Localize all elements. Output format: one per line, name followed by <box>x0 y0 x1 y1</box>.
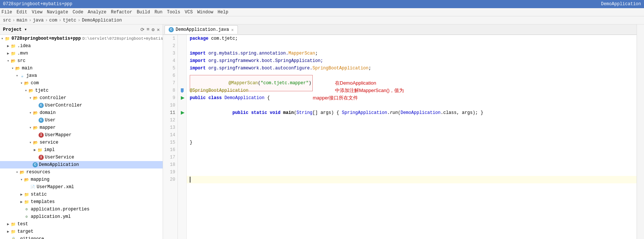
bc-sep3: › <box>45 18 48 23</box>
tree-app-yml[interactable]: ⚙ application.yml <box>0 213 163 220</box>
tree-gitignore[interactable]: 🔒 .gitignore <box>0 235 163 239</box>
ay-label: application.yml <box>31 214 71 219</box>
sync-icon[interactable]: ⟳ <box>140 27 145 33</box>
code-line-13 <box>187 124 637 131</box>
tree-main[interactable]: ▾ 📂 main <box>0 65 163 72</box>
kw-static11: static <box>251 110 267 115</box>
gi-6 <box>178 72 186 79</box>
cn-comment-l7: 在DemoApplication <box>335 79 376 87</box>
menu-analyze[interactable]: Analyze <box>88 10 106 15</box>
menu-window[interactable]: Window <box>197 10 213 15</box>
tree-resources[interactable]: ▾ 📂 resources <box>0 168 163 176</box>
tree-mapping[interactable]: ▾ 📂 mapping <box>0 176 163 183</box>
tree-impl[interactable]: ▶ 📁 impl <box>0 146 163 154</box>
ay-icon: ⚙ <box>24 214 30 220</box>
tree-demoapplication[interactable]: C DemoApplication <box>0 161 163 168</box>
tree-mapper[interactable]: ▾ 📂 mapper <box>0 124 163 131</box>
tree-mvn[interactable]: ▶ 📁 .mvn <box>0 50 163 57</box>
tree-userservice[interactable]: I UserService <box>0 154 163 161</box>
settings-icon[interactable]: ⚙ <box>152 27 155 33</box>
gi-18 <box>178 161 186 168</box>
tree-com[interactable]: ▾ 📂 com <box>0 79 163 87</box>
tree-java[interactable]: ▾ ☕ java <box>0 72 163 79</box>
menu-help[interactable]: Help <box>218 10 228 15</box>
kw-import4: import <box>190 58 206 63</box>
bc-java[interactable]: java <box>33 18 44 23</box>
gi-8[interactable] <box>178 87 186 94</box>
kw-public9: public <box>190 95 206 101</box>
menu-vcs[interactable]: VCS <box>185 10 193 15</box>
domain-icon: 📂 <box>33 110 39 116</box>
tree-service[interactable]: ▾ 📂 service <box>0 139 163 146</box>
tree-domain[interactable]: ▾ 📂 domain <box>0 109 163 117</box>
kw-package: package <box>190 36 208 41</box>
tree-target[interactable]: ▶ 📁 target <box>0 228 163 235</box>
tree-idea[interactable]: ▶ 📁 .idea <box>0 42 163 50</box>
gi-9[interactable] <box>178 94 186 102</box>
tree-user[interactable]: C User <box>0 117 163 124</box>
code-editor: 1 2 3 4 5 6 7 8 9 10 11 12 13 14 <box>163 35 637 239</box>
tree-static[interactable]: ▶ 📁 static <box>0 191 163 198</box>
kw-public11: public <box>232 110 248 115</box>
bc-src[interactable]: src <box>3 18 11 23</box>
bc-com[interactable]: com <box>49 18 57 23</box>
idea-icon: 📁 <box>10 43 16 49</box>
da-icon: C <box>33 162 38 167</box>
tree-usercontroller[interactable]: C UserController <box>0 102 163 109</box>
menu-view[interactable]: View <box>32 10 43 15</box>
tree-controller[interactable]: ▾ 📂 controller <box>0 94 163 102</box>
tree-usermapper[interactable]: I UserMapper <box>0 131 163 139</box>
gi-10 <box>178 102 186 109</box>
classname-demo: DemoApplication <box>225 95 265 101</box>
src-arrow: ▾ <box>6 59 10 63</box>
code-content-area[interactable]: package com.tjetc; import org.mybatis.sp… <box>187 35 637 239</box>
menu-refactor[interactable]: Refactor <box>111 10 132 15</box>
tree-templates[interactable]: ▶ 📁 templates <box>0 198 163 206</box>
editor-tab-demoapplication[interactable]: C DemoApplication.java ✕ <box>165 25 238 34</box>
code-line-20[interactable] <box>187 176 637 183</box>
idea-arrow: ▶ <box>6 44 10 48</box>
tree-tjetc[interactable]: ▾ 📂 tjetc <box>0 87 163 94</box>
menu-build[interactable]: Build <box>137 10 150 15</box>
menu-navigate[interactable]: Navigate <box>47 10 68 15</box>
tree-root[interactable]: ▾ 📁 0728springboot+mybatis+ppp D:\servle… <box>0 35 163 42</box>
app-title-right: DemoApplication <box>601 1 641 7</box>
menu-code[interactable]: Code <box>73 10 83 15</box>
bc-tjetc[interactable]: tjetc <box>63 18 76 23</box>
menu-run[interactable]: Run <box>155 10 163 15</box>
ln-8: 8 <box>163 87 177 94</box>
menu-edit[interactable]: Edit <box>17 10 27 15</box>
java-icon: ☕ <box>19 73 25 79</box>
mvn-icon: 📁 <box>10 50 16 56</box>
mapper-label: mapper <box>40 125 56 130</box>
collapse-icon[interactable]: ≡ <box>147 27 150 33</box>
run-arrow-icon-l11 <box>181 111 185 115</box>
annotation-springboot: @SpringBootApplication <box>190 88 248 93</box>
gi-20 <box>178 176 186 183</box>
sidebar-title: Project ▾ <box>3 27 27 32</box>
breadcrumb: src › main › java › com › tjetc › DemoAp… <box>0 16 644 24</box>
editor-tab-bar: C DemoApplication.java ✕ <box>163 24 637 35</box>
bc-main[interactable]: main <box>17 18 27 23</box>
tjetc-arrow: ▾ <box>24 88 28 93</box>
code-line-16 <box>187 146 637 154</box>
tree-test[interactable]: ▶ 📁 test <box>0 220 163 228</box>
tree-app-properties[interactable]: ⚙ application.properties <box>0 206 163 213</box>
tree-src[interactable]: ▾ 📂 src <box>0 57 163 65</box>
close-sidebar-icon[interactable]: ✕ <box>157 27 160 33</box>
import5-class: SpringBootApplication <box>312 66 368 71</box>
um-icon: I <box>39 132 44 138</box>
bc-demo[interactable]: DemoApplication <box>82 18 122 23</box>
code-line-2 <box>187 42 637 50</box>
title-bar-right: DemoApplication <box>601 1 641 7</box>
menu-tools[interactable]: Tools <box>167 10 180 15</box>
da-label: DemoApplication <box>39 162 79 167</box>
tree-usermapper-xml[interactable]: 📄 UserMapper.xml <box>0 183 163 191</box>
menu-file[interactable]: File <box>1 10 12 15</box>
ln-17: 17 <box>163 154 177 161</box>
test-icon: 📁 <box>10 221 16 227</box>
ln-13: 13 <box>163 124 177 131</box>
gi-11[interactable] <box>178 109 186 117</box>
tab-close-icon[interactable]: ✕ <box>231 27 234 32</box>
bookmark-icon-l8 <box>181 88 184 93</box>
